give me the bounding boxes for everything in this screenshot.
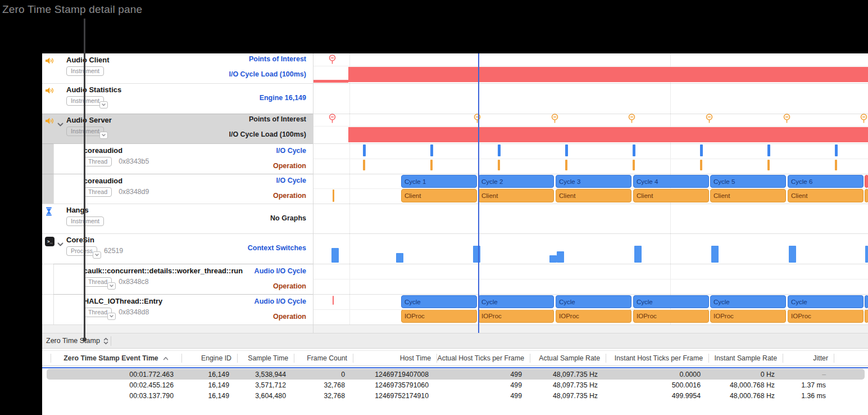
poi-orange-flag[interactable]	[474, 114, 481, 124]
table-row[interactable]: 00:02.455.12616,1493,571,71232,768124697…	[42, 380, 868, 390]
operation-tick	[767, 160, 770, 170]
chevron-down-icon[interactable]	[57, 239, 63, 243]
track-row-audio-statistics[interactable]: Audio StatisticsInstrumentEngine 16,149	[42, 83, 313, 114]
thread-badge: Thread	[84, 157, 112, 166]
badge-row: Thread0x8348d8	[84, 308, 149, 317]
playhead[interactable]	[478, 53, 479, 333]
io-load-high-segment[interactable]	[348, 127, 868, 142]
detail-table-header: Zero Time Stamp Event TimeEngine IDSampl…	[42, 350, 868, 365]
timeline-canvas[interactable]: Cycle 1Cycle 2Cycle 3Cycle 4Cycle 5Cycle…	[313, 53, 868, 333]
popup-arrows-icon[interactable]	[103, 337, 108, 345]
column-header[interactable]: Instant Host Ticks per Frame	[606, 351, 708, 366]
client-bar[interactable]: Client	[401, 189, 477, 202]
table-cell: 48,097.735 Hz	[530, 380, 606, 390]
cycle-bar[interactable]: Cycle 3	[556, 175, 631, 188]
cycle-bar[interactable]: Cycle	[788, 295, 864, 308]
badge-chevron-icon[interactable]	[99, 132, 108, 139]
ioproc-bar[interactable]: IOProc	[556, 309, 631, 323]
column-divider[interactable]	[353, 354, 353, 363]
column-header[interactable]: Actual Host Ticks per Frame	[437, 351, 530, 366]
track-row-audio-server[interactable]: Audio ServerInstrumentPoints of Interest…	[42, 114, 313, 143]
ioproc-bar[interactable]: IOProc	[710, 309, 786, 323]
poi-orange-flag[interactable]	[783, 114, 790, 124]
column-divider[interactable]	[783, 354, 783, 363]
table-row[interactable]: 00:03.137.79016,1493,604,48032,768124697…	[42, 390, 868, 401]
poi-red-flag[interactable]	[329, 55, 336, 65]
poi-orange-flag[interactable]	[628, 114, 635, 124]
client-bar[interactable]: Client	[788, 189, 864, 202]
column-divider[interactable]	[51, 354, 51, 363]
column-divider[interactable]	[834, 354, 834, 363]
client-bar[interactable]: C	[865, 189, 868, 202]
column-header[interactable]: Jitter	[783, 351, 834, 366]
column-divider[interactable]	[530, 354, 530, 363]
ioproc-bar[interactable]: IOProc	[633, 309, 709, 323]
track-title: CoreSin	[66, 236, 94, 244]
cycle-bar[interactable]: Cycle	[478, 295, 554, 308]
lane-separator	[313, 126, 868, 127]
ioproc-bar[interactable]: IOProc	[401, 309, 477, 323]
track-row-hangs[interactable]: HangsInstrumentNo Graphs	[42, 204, 313, 233]
client-bar[interactable]: Client	[710, 189, 786, 202]
badge-chevron-icon[interactable]	[107, 313, 116, 320]
track-row-coresin[interactable]: >_CoreSinProcess62519Context Switches	[42, 233, 313, 264]
io-load-low-segment[interactable]	[313, 80, 348, 83]
column-divider[interactable]	[437, 354, 437, 363]
timeline-bottom-strip	[42, 324, 868, 333]
io-load-high-segment[interactable]	[348, 67, 868, 82]
column-header[interactable]: Instant Sample Rate	[708, 351, 783, 366]
table-cell: 48,000.768 Hz	[708, 380, 783, 390]
table-row[interactable]: 00:01.772.46316,1493,538,944012469719407…	[42, 369, 868, 380]
pane-timeline-divider[interactable]	[313, 53, 313, 333]
cycle-bar[interactable]: Cycle	[401, 295, 477, 308]
column-header[interactable]: Zero Time Stamp Event Time	[51, 351, 181, 366]
column-header[interactable]: Host Time	[353, 351, 437, 366]
track-row-halc-iothread[interactable]: HALC_IOThread::EntryThread0x8348d8Audio …	[42, 294, 313, 324]
track-row-audio-client[interactable]: Audio ClientInstrumentPoints of Interest…	[42, 53, 313, 83]
cycle-overload-bar[interactable]: C	[865, 175, 868, 188]
annotation-title: Zero Time Stamp detail pane	[2, 3, 142, 16]
track-row-coreaudiod-1[interactable]: coreaudiodThread0x8343b5I/O CycleOperati…	[42, 143, 313, 174]
column-header[interactable]: Actual Sample Rate	[530, 351, 606, 366]
lane-separator	[313, 66, 868, 66]
chevron-down-icon[interactable]	[57, 119, 63, 124]
track-row-coreaudiod-2[interactable]: coreaudiodThread0x8348d9I/O CycleOperati…	[42, 174, 313, 204]
badge-chevron-icon[interactable]	[99, 101, 108, 109]
column-header[interactable]: Frame Count	[294, 351, 353, 366]
ioproc-bar[interactable]: IO	[865, 309, 868, 323]
context-switch-bar	[549, 255, 557, 263]
table-cell: 12469735791060	[353, 380, 437, 390]
badge-chevron-icon[interactable]	[107, 282, 116, 290]
poi-orange-flag[interactable]	[551, 114, 558, 124]
column-header[interactable]: Engine ID	[181, 351, 237, 366]
cycle-bar[interactable]: Cycle 1	[401, 175, 477, 188]
cycle-bar[interactable]: Cycle 5	[710, 175, 786, 188]
ioproc-bar[interactable]: IOProc	[478, 309, 554, 323]
column-divider[interactable]	[708, 354, 709, 363]
badge-chevron-icon[interactable]	[93, 251, 101, 259]
column-divider[interactable]	[606, 354, 606, 363]
track-row-caulk-worker[interactable]: caulk::concurrent::details::worker_threa…	[42, 264, 313, 294]
cycle-bar[interactable]: Cycle	[633, 295, 709, 308]
detail-type-selector[interactable]: Zero Time Stamp	[46, 337, 100, 345]
poi-orange-flag[interactable]	[706, 114, 713, 124]
track-border	[42, 233, 868, 234]
cycle-bar[interactable]: Cycle 4	[633, 175, 709, 188]
poi-red-flag[interactable]	[329, 114, 336, 124]
column-header[interactable]: Sample Time	[237, 351, 294, 366]
ioproc-bar[interactable]: IOProc	[788, 309, 864, 323]
client-bar[interactable]: Client	[633, 189, 709, 202]
client-bar[interactable]: Client	[478, 189, 554, 202]
client-bar[interactable]: Client	[556, 189, 631, 202]
column-divider[interactable]	[181, 354, 182, 363]
table-cell: 48,097.735 Hz	[530, 369, 606, 380]
column-divider[interactable]	[294, 354, 294, 363]
cycle-bar[interactable]: Cycle 2	[478, 175, 554, 188]
cycle-bar[interactable]: Cycle 6	[788, 175, 864, 188]
column-divider[interactable]	[237, 354, 238, 363]
poi-orange-flag[interactable]	[860, 114, 867, 124]
cycle-bar[interactable]: Cycle	[556, 295, 631, 308]
badge-row: Instrument	[66, 216, 104, 225]
cycle-bar[interactable]: Cycle	[710, 295, 786, 308]
cycle-bar[interactable]: C	[865, 295, 868, 308]
